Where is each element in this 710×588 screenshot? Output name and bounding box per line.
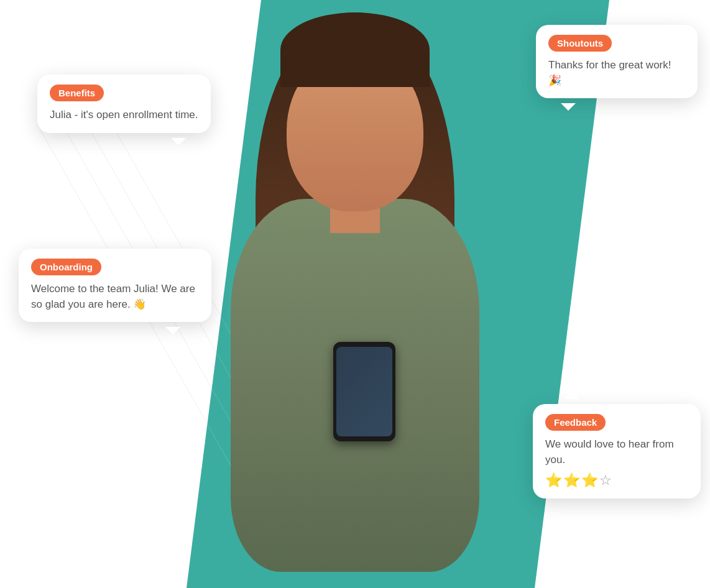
- benefits-tag: Benefits: [50, 85, 104, 101]
- person-image: [193, 12, 517, 578]
- phone: [333, 342, 395, 441]
- shoutouts-text: Thanks for the great work! 🎉: [548, 58, 685, 88]
- phone-screen: [336, 347, 392, 436]
- feedback-bubble: Feedback We would love to hear from you.…: [533, 404, 701, 498]
- benefits-text: Julia - it's open enrollment time.: [50, 108, 198, 123]
- shoutouts-tag: Shoutouts: [548, 35, 612, 52]
- benefits-bubble: Benefits Julia - it's open enrollment ti…: [37, 75, 211, 133]
- hair-top: [280, 12, 430, 87]
- onboarding-tag: Onboarding: [31, 259, 101, 275]
- feedback-text: We would love to hear from you.: [545, 437, 688, 467]
- feedback-stars: ⭐⭐⭐☆: [545, 472, 688, 489]
- stars-empty: ☆: [599, 472, 613, 488]
- shoutouts-bubble: Shoutouts Thanks for the great work! 🎉: [536, 25, 698, 98]
- onboarding-bubble: Onboarding Welcome to the team Julia! We…: [19, 249, 211, 322]
- feedback-tag: Feedback: [545, 414, 606, 431]
- scene: Benefits Julia - it's open enrollment ti…: [0, 0, 710, 588]
- onboarding-text: Welcome to the team Julia! We are so gla…: [31, 282, 199, 312]
- stars-filled: ⭐⭐⭐: [545, 472, 599, 488]
